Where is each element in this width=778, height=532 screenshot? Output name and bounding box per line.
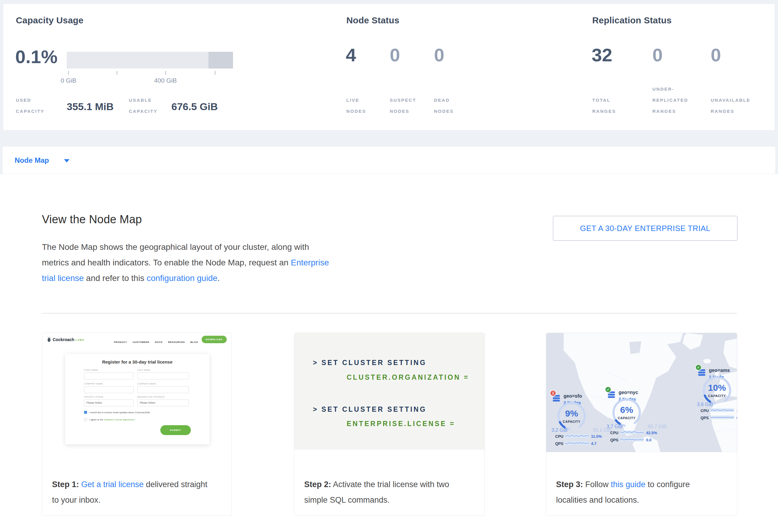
project-phase-select: Please Select (84, 399, 134, 406)
cpu-value: 11.0% (591, 434, 602, 439)
qps-value: 0.0 (646, 438, 651, 442)
page-title: View the Node Map (42, 213, 142, 226)
checkbox-checked-icon (84, 411, 87, 414)
registration-page-illustration: Cockroach LABS PRODUCT CUSTOMERS DOCS RE… (42, 333, 232, 455)
first-name-field (84, 373, 134, 379)
step-text-part (79, 480, 81, 489)
node-map-description: The Node Map shows the geographical layo… (42, 239, 353, 286)
license-agreement-checkbox-label: I agree to the Software License Agreemen… (89, 418, 135, 421)
configuration-guide-link[interactable]: configuration guide (147, 274, 218, 283)
capacity-usage-percent: 0.1% (15, 48, 58, 66)
capacity-label: CAPACITY (555, 420, 588, 424)
locality-ams: ✓ geo=ams 1 Node 10% CAPACITY 3.6 GiB 34… (695, 364, 737, 424)
qps-value: 0.0 (736, 415, 737, 420)
axis-tick-label: 400 GiB (147, 77, 183, 84)
mini-nav-item: PRODUCT (114, 341, 127, 344)
cluster-overview-page: Capacity Usage 0.1% 0 GiB 400 GiB USED C… (0, 0, 778, 532)
locality-name: geo=sfo (563, 393, 582, 399)
under-replicated-count: 0 (652, 46, 663, 64)
replication-status-title: Replication Status (592, 15, 672, 25)
enterprise-trial-button[interactable]: GET A 30-DAY ENTERPRISE TRIAL (553, 216, 737, 241)
sql-setting: CLUSTER.ORGANIZATION = (347, 373, 469, 381)
cockroach-icon (47, 336, 51, 342)
unavailable-ranges-label: RANGES (711, 109, 734, 113)
step-1-text: Step 1: Get a trial license delivered st… (52, 477, 207, 508)
field-label: REASON FOR INTEREST (137, 396, 165, 398)
step-3-text: Step 3: Follow this guide to configure l… (556, 477, 690, 508)
cluster-summary-panel: Capacity Usage 0.1% 0 GiB 400 GiB USED C… (3, 4, 775, 131)
axis-tick (215, 71, 215, 75)
step-text-part: Activate the trial license with two (331, 480, 449, 489)
capacity-used: 3.7 GiB (607, 424, 622, 429)
locality-name: geo=nyc (619, 390, 638, 395)
node-map-dropdown-label: Node Map (15, 147, 49, 174)
dead-nodes-label: NODES (434, 109, 454, 113)
cpu-sparkline (620, 430, 644, 435)
under-replicated-label: UNDER- (652, 87, 674, 91)
node-map-illustration: 1 geo=sfo 2 Nodes 9% CAPACITY 3.2 GiB 35… (546, 333, 737, 452)
capacity-percent: 9% (555, 408, 588, 419)
mini-nav-item: CUSTOMERS (133, 341, 149, 344)
enterprise-trial-license-link[interactable]: trial license (42, 274, 84, 283)
description-text: and refer to this (84, 274, 147, 283)
qps-value: 4.7 (591, 441, 597, 446)
qps-label: QPS (610, 438, 618, 442)
capacity-usage-bar (67, 52, 233, 69)
sql-code-illustration: > SET CLUSTER SETTING CLUSTER.ORGANIZATI… (294, 333, 484, 450)
this-guide-link[interactable]: this guide (611, 480, 645, 489)
mini-nav-item: DOCS (155, 341, 163, 344)
description-text: metrics and health indicators. To enable… (42, 258, 291, 267)
step-text-part: to configure (645, 480, 690, 489)
cpu-sparkline (565, 434, 589, 438)
qps-sparkline (565, 441, 589, 446)
enterprise-trial-license-link[interactable]: Enterprise (291, 258, 329, 267)
used-capacity-label: USED (16, 98, 31, 102)
suspect-nodes-label: SUSPECT (390, 98, 416, 102)
capacity-used: 3.2 GiB (552, 428, 567, 433)
step-label: Step 2: (304, 480, 331, 489)
step-text-part: delivered straight (144, 480, 207, 489)
node-map-dropdown[interactable]: Node Map (2, 146, 776, 174)
trial-license-form: Register for a 30-day trial license FIRS… (65, 354, 209, 444)
axis-tick (165, 71, 166, 75)
step-text-part: localities and locations. (556, 496, 639, 505)
under-replicated-label: REPLICATED (652, 98, 688, 102)
description-text: . (218, 274, 220, 283)
capacity-label: CAPACITY (701, 394, 733, 398)
section-divider (42, 313, 737, 314)
cpu-sparkline (711, 408, 734, 412)
dead-nodes-count: 0 (434, 46, 444, 64)
software-license-agreement-link: Software License Agreement. (104, 418, 135, 421)
field-label: FIRST NAME (84, 369, 98, 371)
capacity-percent: 6% (610, 405, 643, 415)
step-text-part: simple SQL commands. (304, 496, 390, 505)
get-trial-license-link[interactable]: Get a trial license (81, 480, 144, 489)
total-ranges-label: TOTAL (592, 98, 611, 102)
under-replicated-label: RANGES (652, 109, 676, 113)
sql-setting: ENTERPRISE.LICENSE = (347, 420, 455, 428)
cpu-label: CPU (610, 431, 618, 435)
cpu-value: 42.5% (646, 431, 657, 435)
axis-tick-label: 0 GiB (51, 77, 86, 84)
live-nodes-label: NODES (346, 109, 366, 113)
locality-name: geo=ams (709, 368, 730, 373)
step-2-text: Step 2: Activate the trial license with … (304, 477, 449, 508)
axis-tick (68, 71, 69, 75)
field-label: LAST NAME (137, 369, 150, 371)
dead-nodes-label: DEAD (434, 98, 450, 102)
cockroach-labs-logo: Cockroach LABS (47, 336, 84, 342)
sql-command: > SET CLUSTER SETTING (313, 405, 426, 413)
qps-label: QPS (555, 441, 563, 446)
mini-nav: PRODUCT CUSTOMERS DOCS RESOURCES BLOG (110, 339, 198, 344)
capacity-usage-title: Capacity Usage (16, 15, 83, 25)
mini-submit-button: SUBMIT (160, 425, 191, 435)
field-label: COMPANY EMAIL (137, 383, 156, 385)
brand-name: Cockroach (53, 337, 74, 342)
email-updates-checkbox-label: I would like to receive email updates ab… (89, 411, 150, 414)
suspect-nodes-count: 0 (390, 46, 400, 64)
step-label: Step 1: (52, 480, 79, 489)
capacity-label: CAPACITY (610, 416, 643, 420)
usable-capacity-label: CAPACITY (129, 109, 158, 113)
agree-text: I agree to the (89, 418, 104, 421)
capacity-used: 3.6 GiB (697, 402, 713, 407)
